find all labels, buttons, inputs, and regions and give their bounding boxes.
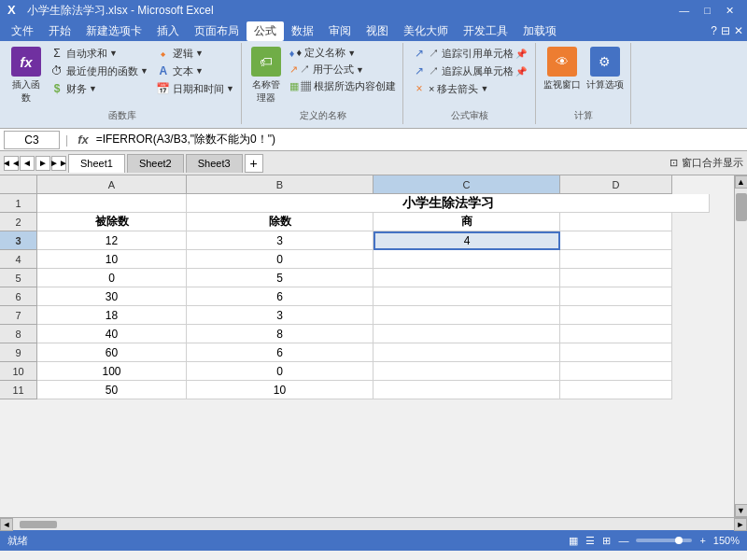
zoom-level[interactable]: 150% [713,535,740,546]
question-icon[interactable]: ⊟ [717,24,734,37]
menu-file[interactable]: 文件 [4,21,41,41]
cell-B6[interactable]: 6 [187,287,374,306]
zoom-in-button[interactable]: + [699,535,705,546]
cell-A10[interactable]: 100 [37,362,187,381]
cell-C6[interactable] [374,287,560,306]
cell-D4[interactable] [560,250,672,269]
cell-C8[interactable] [374,325,560,343]
close-button[interactable]: ✕ [720,5,740,17]
menu-insert[interactable]: 插入 [149,21,187,41]
h-scroll-thumb[interactable] [20,521,57,528]
scroll-right-button[interactable]: ► [734,518,747,531]
define-name-button[interactable]: ♦ ♦ 定义名称 ▼ [287,45,399,61]
cell-A5[interactable]: 0 [37,269,187,287]
cell-A6[interactable]: 30 [37,287,187,306]
cell-B4[interactable]: 0 [187,250,374,269]
zoom-out-button[interactable]: — [618,535,628,546]
sheet-tab-1[interactable]: Sheet1 [68,154,125,173]
row-header-7[interactable]: 7 [0,306,37,325]
trace-dependents-button[interactable]: ↗ ↗ 追踪从属单元格 📌 [409,63,529,79]
cell-B8[interactable]: 8 [187,325,374,343]
cell-B3[interactable]: 3 [187,231,374,250]
menu-view[interactable]: 视图 [359,21,396,41]
scroll-track[interactable] [735,189,747,504]
tab-nav-next[interactable]: ► [35,156,50,171]
insert-function-small-button[interactable]: fx [74,133,92,147]
cell-C7[interactable] [374,306,560,325]
scroll-down-button[interactable]: ▼ [735,504,748,517]
cell-A7[interactable]: 18 [37,306,187,325]
cell-C11[interactable] [374,381,560,399]
h-scroll-track[interactable] [15,521,732,528]
row-header-6[interactable]: 6 [0,287,37,306]
sheet-tab-2[interactable]: Sheet2 [127,154,184,173]
autosum-button[interactable]: Σ 自动求和 ▼ [47,45,151,62]
text-button[interactable]: A 文本 ▼ [153,63,237,79]
cell-C5[interactable] [374,269,560,287]
cell-B7[interactable]: 3 [187,306,374,325]
remove-arrows-button[interactable]: × × 移去箭头 ▼ [409,80,529,97]
minimize-button[interactable]: — [673,5,695,17]
maximize-button[interactable]: □ [698,5,716,17]
cell-B5[interactable]: 5 [187,269,374,287]
menu-beautify[interactable]: 美化大师 [396,21,456,41]
cell-A3[interactable]: 12 [37,231,187,250]
autosum-dropdown-icon[interactable]: ▼ [109,49,118,58]
row-header-10[interactable]: 10 [0,362,37,381]
zoom-thumb[interactable] [675,537,683,544]
menu-addins[interactable]: 加载项 [515,21,564,41]
tab-nav-first[interactable]: ◄◄ [4,156,19,171]
cell-B10[interactable]: 0 [187,362,374,381]
cell-D8[interactable] [560,325,672,343]
add-sheet-button[interactable]: + [245,154,263,173]
formula-input[interactable] [96,131,743,149]
recent-functions-button[interactable]: ⏱ 最近使用的函数 ▼ [47,63,151,79]
menu-review[interactable]: 审阅 [321,21,359,41]
menu-formula[interactable]: 公式 [247,21,284,41]
cell-D11[interactable] [560,381,672,399]
view-normal-icon[interactable]: ▦ [569,535,578,547]
zoom-slider[interactable] [636,539,692,542]
cell-D2[interactable] [560,213,672,231]
cell-D10[interactable] [560,362,672,381]
logic-dropdown-icon[interactable]: ▼ [195,49,204,58]
menu-data[interactable]: 数据 [284,21,321,41]
cell-D6[interactable] [560,287,672,306]
row-header-11[interactable]: 11 [0,381,37,399]
datetime-button[interactable]: 📅 日期和时间 ▼ [153,80,237,97]
cell-A8[interactable]: 40 [37,325,187,343]
financial-button[interactable]: $ 财务 ▼ [47,80,151,97]
logic-button[interactable]: ⬥ 逻辑 ▼ [153,45,237,62]
cell-C4[interactable] [374,250,560,269]
name-manager-button[interactable]: 🏷 名称管理器 [247,45,285,106]
view-page-icon[interactable]: ⊞ [602,535,611,547]
create-from-selection-button[interactable]: ▦ ▦ 根据所选内容创建 [287,78,399,94]
cell-B2[interactable]: 除数 [187,213,374,231]
vertical-scrollbar[interactable]: ▲ ▼ [734,175,747,517]
row-header-3[interactable]: 3 [0,231,37,250]
use-dropdown-icon[interactable]: ▼ [356,65,364,75]
insert-function-button[interactable]: fx 插入函数 [7,45,45,106]
cell-C2[interactable]: 商 [374,213,560,231]
trace-precedents-button[interactable]: ↗ ↗ 追踪引用单元格 📌 [409,45,529,62]
calc-options-button[interactable]: ⚙ 计算选项 [585,45,626,93]
col-header-C[interactable]: C [374,175,560,194]
col-header-D[interactable]: D [560,175,672,194]
menu-start[interactable]: 开始 [41,21,78,41]
cell-C10[interactable] [374,362,560,381]
cell-D5[interactable] [560,269,672,287]
cell-D7[interactable] [560,306,672,325]
help-icon[interactable]: ? [711,24,717,37]
row-header-9[interactable]: 9 [0,343,37,362]
watch-window-button[interactable]: 👁 监视窗口 [542,45,583,93]
row-header-5[interactable]: 5 [0,269,37,287]
menu-pagelayout[interactable]: 页面布局 [187,21,247,41]
horizontal-scrollbar[interactable]: ◄ ► [0,517,747,530]
define-dropdown-icon[interactable]: ▼ [347,49,356,58]
row-header-2[interactable]: 2 [0,213,37,231]
tab-nav-last[interactable]: ►► [51,156,66,171]
remove-arrows-dropdown[interactable]: ▼ [480,84,488,93]
cell-B9[interactable]: 6 [187,343,374,362]
sheet-tab-3[interactable]: Sheet3 [186,154,243,173]
row-header-1[interactable]: 1 [0,194,37,213]
